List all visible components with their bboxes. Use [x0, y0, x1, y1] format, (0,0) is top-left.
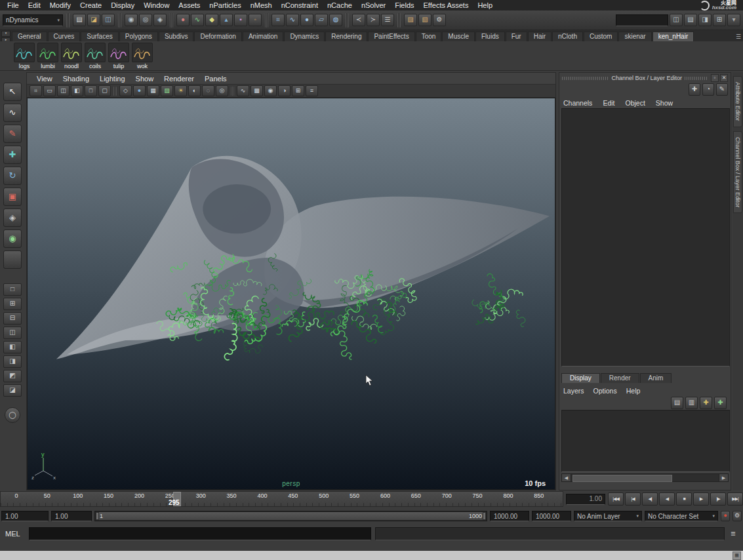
- range-grip-right[interactable]: [483, 512, 486, 520]
- safe-title-icon[interactable]: ▢: [98, 85, 111, 96]
- range-grip-left[interactable]: [96, 512, 99, 520]
- soft-mod-tool[interactable]: ◉: [3, 230, 22, 248]
- new-scene-icon[interactable]: ▤: [73, 14, 86, 26]
- layout-single[interactable]: □: [3, 283, 22, 296]
- isolate-select-icon[interactable]: ◎: [216, 85, 228, 96]
- channel-speed-icon[interactable]: ◔: [702, 83, 714, 96]
- xray-icon[interactable]: ◌: [202, 85, 214, 96]
- layout-graph-persp[interactable]: ◨: [3, 355, 22, 368]
- bounding-box-icon[interactable]: ▦: [147, 85, 159, 96]
- render-settings-icon[interactable]: ⚙: [433, 14, 446, 26]
- toolbar-separator[interactable]: [118, 13, 121, 28]
- menu-item[interactable]: Window: [139, 0, 174, 10]
- channel-box-menu-item[interactable]: Object: [625, 98, 645, 108]
- menu-item[interactable]: Create: [75, 0, 106, 10]
- shelf-item[interactable]: lumbi: [37, 43, 59, 70]
- open-scene-icon[interactable]: ◪: [87, 14, 100, 26]
- shelf-tab[interactable]: Fluids: [475, 31, 505, 41]
- range-slider[interactable]: 1 1000: [94, 511, 487, 521]
- universal-manip-tool[interactable]: ◈: [3, 209, 22, 227]
- viewcube-icon[interactable]: ⊞: [292, 85, 304, 96]
- fog-icon[interactable]: ∿: [237, 85, 249, 96]
- select-component-icon[interactable]: ◈: [153, 14, 167, 26]
- snap-view-plane-icon[interactable]: ▱: [315, 14, 328, 26]
- layout-outliner-persp[interactable]: ◧: [3, 341, 22, 353]
- multisample-icon[interactable]: ▩: [251, 85, 263, 96]
- menu-item[interactable]: Assets: [174, 0, 205, 10]
- panel-menu-icon[interactable]: ≡: [306, 85, 318, 96]
- character-set-select[interactable]: No Character Set ▾: [645, 511, 718, 521]
- snap-curve-icon[interactable]: ∿: [286, 14, 299, 26]
- layer-editor-menu-item[interactable]: Layers: [563, 386, 584, 396]
- show-channel-box-icon[interactable]: ◨: [698, 14, 712, 26]
- select-hierarchy-icon[interactable]: ◉: [125, 14, 138, 26]
- animation-preferences-icon[interactable]: ⚙: [733, 511, 742, 521]
- use-lights-icon[interactable]: ☀: [174, 85, 187, 96]
- menu-item[interactable]: Help: [473, 0, 497, 10]
- sidebar-vertical-tab[interactable]: Channel Box / Layer Editor: [733, 131, 742, 214]
- panel-menu-item[interactable]: Shading: [58, 73, 94, 84]
- animation-end-field[interactable]: 1000.00: [490, 511, 529, 521]
- panel-menu-item[interactable]: Show: [131, 73, 159, 84]
- render-view-icon[interactable]: ▨: [404, 14, 417, 26]
- save-scene-icon[interactable]: ◫: [102, 14, 115, 26]
- shelf-tab[interactable]: Rendering: [325, 31, 367, 41]
- command-language-toggle[interactable]: MEL: [5, 530, 25, 538]
- shelf-item[interactable]: coils: [84, 43, 106, 70]
- shelf-options-icon[interactable]: ☰: [734, 32, 743, 41]
- channel-edit-icon[interactable]: ✎: [716, 83, 728, 96]
- layer-editor-tab[interactable]: Render: [601, 373, 639, 383]
- ui-elements-icon[interactable]: ⊞: [713, 14, 726, 26]
- layout-four-view[interactable]: ⊞: [3, 298, 22, 310]
- rotate-tool[interactable]: ↻: [3, 167, 22, 185]
- ipr-render-icon[interactable]: ▧: [418, 14, 432, 26]
- show-attribute-editor-icon[interactable]: ◫: [670, 14, 683, 26]
- menu-item[interactable]: Edit: [24, 0, 45, 10]
- toolbar-separator[interactable]: [265, 13, 268, 28]
- layer-editor-tab[interactable]: Anim: [640, 373, 672, 383]
- shelf-tab[interactable]: Subdivs: [159, 31, 194, 41]
- scroll-right-icon[interactable]: ▶: [719, 474, 728, 481]
- shelf-tab[interactable]: Polygons: [119, 31, 158, 41]
- menu-item[interactable]: nConstraint: [277, 0, 323, 10]
- shelf-tab[interactable]: skienar: [618, 31, 651, 41]
- layout-two-side[interactable]: ◫: [3, 327, 22, 339]
- lasso-select-tool[interactable]: ∿: [3, 104, 22, 122]
- wireframe-mode-icon[interactable]: ◇: [119, 85, 132, 96]
- select-object-icon[interactable]: ◎: [139, 14, 152, 26]
- mask-surfaces-icon[interactable]: ◆: [205, 14, 218, 26]
- toolbar-separator[interactable]: [66, 13, 70, 28]
- range-slider-handle[interactable]: 1 1000: [96, 512, 486, 520]
- panel-menu-item[interactable]: View: [32, 73, 57, 84]
- menu-item[interactable]: Fields: [390, 0, 418, 10]
- last-tool-slot[interactable]: [3, 250, 22, 269]
- shelf-tab[interactable]: Surfaces: [81, 31, 118, 41]
- show-tool-settings-icon[interactable]: ▤: [684, 14, 697, 26]
- toolbar-separator[interactable]: [113, 87, 117, 96]
- layout-hypershade-persp[interactable]: ◩: [3, 370, 22, 382]
- toolbar-separator[interactable]: [231, 87, 234, 96]
- construction-history-icon[interactable]: ☰: [381, 14, 394, 26]
- layer-editor-menu-item[interactable]: Options: [593, 386, 617, 396]
- shelf-tab[interactable]: Fur: [506, 31, 527, 41]
- shelf-tab[interactable]: Toon: [416, 31, 442, 41]
- output-connections-icon[interactable]: ≻: [367, 14, 380, 26]
- layout-persp-outliner[interactable]: ◪: [3, 384, 22, 397]
- layout-two-stacked[interactable]: ⊟: [3, 312, 22, 325]
- stop-button[interactable]: ■: [676, 492, 692, 506]
- resolution-gate-icon[interactable]: ◫: [57, 85, 70, 96]
- mask-deformations-icon[interactable]: ▴: [220, 14, 233, 26]
- shelf-tab[interactable]: nCloth: [552, 31, 583, 41]
- select-tool[interactable]: ↖: [3, 83, 22, 101]
- shelf-tab-menu-icon[interactable]: ▾: [1, 31, 10, 37]
- depth-of-field-icon[interactable]: ◉: [264, 85, 277, 96]
- channel-box-menu-item[interactable]: Edit: [603, 98, 614, 108]
- mask-misc-icon[interactable]: ◦: [249, 14, 262, 26]
- layer-select-icon[interactable]: ▤: [671, 397, 683, 409]
- panel-drag-handle[interactable]: [562, 77, 609, 80]
- shelf-item[interactable]: logs: [13, 43, 35, 70]
- shelf-tab[interactable]: Hair: [528, 31, 552, 41]
- toolbar-caret-icon[interactable]: ▾: [727, 14, 740, 26]
- script-editor-icon[interactable]: ≣: [729, 529, 738, 539]
- panel-drag-handle[interactable]: [685, 77, 708, 80]
